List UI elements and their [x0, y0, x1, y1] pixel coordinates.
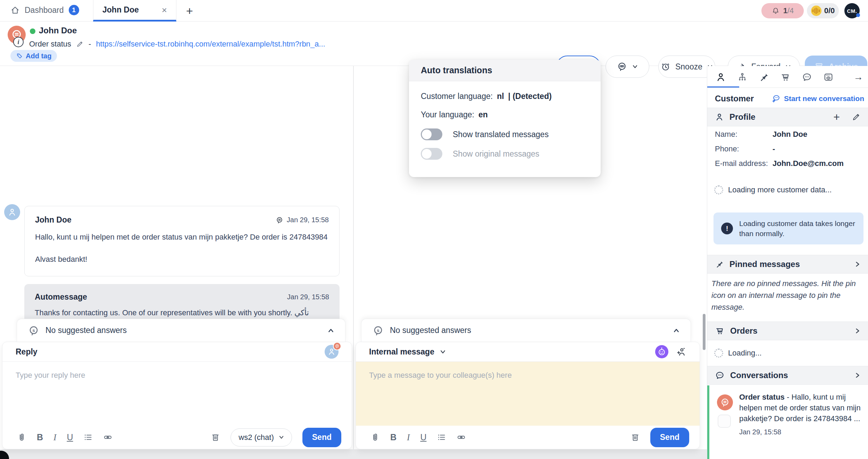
tag-icon	[16, 52, 23, 59]
customer-sidebar: → Customer Start new conversation Profil…	[707, 66, 868, 459]
info-badge-icon[interactable]: i	[13, 37, 24, 47]
scrollbar-thumb[interactable]	[703, 314, 706, 350]
voice-count: 0/0	[824, 6, 835, 15]
customer-language-value: nl	[497, 92, 504, 101]
add-tag-label: Add tag	[26, 52, 51, 60]
bot-assistant-icon[interactable]	[655, 345, 668, 358]
channel-selector-value: ws2 (chat)	[239, 433, 274, 442]
chevron-down-icon[interactable]	[440, 349, 446, 355]
add-tag-button[interactable]: Add tag	[10, 50, 57, 62]
pinned-title: Pinned messages	[729, 259, 849, 269]
tab-pinned-icon[interactable]	[759, 72, 769, 82]
message-timestamp: Jan 29, 15:58	[287, 216, 329, 224]
chat-lines-icon	[720, 398, 730, 407]
pinned-empty-text: There are no pinned messages. Hit the pi…	[711, 278, 867, 313]
customer-heading: Customer	[715, 94, 754, 103]
tab-customer-icon[interactable]	[716, 72, 726, 82]
profile-row: Phone: -	[715, 144, 861, 153]
automessage-timestamp: Jan 29, 15:58	[287, 293, 329, 301]
tab-close-icon[interactable]: ×	[162, 6, 167, 15]
chevron-right-icon	[854, 261, 861, 267]
online-status-dot	[30, 28, 35, 34]
conversations-icon	[715, 370, 725, 380]
italic-button[interactable]: I	[53, 433, 56, 442]
underline-button[interactable]: U	[420, 432, 426, 442]
suggested-answers-bar-internal[interactable]: No suggested answers	[361, 319, 691, 342]
channel-selector[interactable]: ws2 (chat)	[231, 428, 292, 447]
suggested-answers-bar-reply[interactable]: No suggested answers	[17, 319, 345, 342]
delete-draft-icon[interactable]	[631, 433, 640, 442]
internal-editor-area[interactable]	[356, 362, 700, 426]
new-conversation-icon	[771, 94, 781, 103]
attachment-icon[interactable]	[17, 433, 26, 442]
tab-organization-icon[interactable]	[737, 72, 748, 82]
suggestions-icon	[28, 325, 39, 336]
conversation-url-link[interactable]: https://selfservice-tst.robinhq.com/exte…	[96, 40, 325, 49]
page-background-strip	[0, 449, 707, 459]
italic-button[interactable]: I	[407, 433, 410, 442]
add-profile-icon[interactable]: +	[833, 111, 840, 124]
chevron-up-icon[interactable]	[673, 327, 679, 334]
bold-button[interactable]: B	[390, 432, 397, 442]
conversation-link-button[interactable]	[606, 56, 649, 78]
add-colleague-icon[interactable]	[676, 347, 686, 357]
show-translated-toggle[interactable]	[421, 128, 442, 140]
send-internal-button[interactable]: Send	[650, 428, 689, 447]
tab-browser-icon[interactable]	[823, 72, 834, 82]
message-sender-avatar	[4, 204, 20, 220]
underline-button[interactable]: U	[67, 432, 73, 442]
column-divider	[353, 66, 354, 449]
automessage: Automessage Jan 29, 15:58 Thanks for con…	[24, 284, 340, 323]
conversation-list-item[interactable]: Order status - Hallo, kunt u mij helpen …	[707, 385, 868, 459]
separator: -	[89, 40, 91, 49]
snooze-clock-icon	[661, 62, 670, 72]
notifications-pill[interactable]: 1/4	[761, 3, 804, 18]
link-button[interactable]	[457, 433, 466, 442]
chevron-up-icon[interactable]	[328, 327, 334, 334]
collapse-sidebar-icon[interactable]: →	[853, 72, 863, 83]
tab-orders-icon[interactable]	[780, 72, 791, 82]
profile-section-header[interactable]: Profile +	[707, 108, 868, 126]
customer-message: John Doe Jan 29, 15:58 Hallo, kunt u mij…	[24, 206, 340, 276]
send-reply-button[interactable]: Send	[302, 428, 341, 447]
delete-draft-icon[interactable]	[211, 433, 220, 442]
internal-title: Internal message	[369, 347, 434, 357]
edit-profile-icon[interactable]	[852, 112, 861, 122]
user-avatar[interactable]: CM.	[844, 3, 860, 18]
reply-input[interactable]	[2, 362, 352, 426]
cart-icon	[715, 326, 725, 336]
dashboard-badge: 1	[69, 5, 79, 15]
tabs-divider	[707, 87, 868, 88]
edit-title-icon[interactable]	[76, 40, 84, 48]
tab-conversations-icon[interactable]	[802, 72, 812, 82]
attachment-icon[interactable]	[370, 433, 380, 442]
bold-button[interactable]: B	[37, 432, 43, 442]
snooze-label: Snooze	[675, 62, 702, 72]
field-value: John.Doe@cm.com	[773, 159, 844, 168]
conversations-section-header[interactable]: Conversations	[707, 366, 868, 385]
your-language-label: Your language:	[421, 110, 474, 119]
orders-section-header[interactable]: Orders	[707, 322, 868, 340]
voice-icon	[811, 6, 821, 16]
new-tab-button[interactable]: +	[186, 4, 193, 18]
pinned-section-header[interactable]: Pinned messages	[707, 255, 868, 274]
link-button[interactable]	[103, 433, 112, 442]
show-original-toggle[interactable]	[421, 148, 442, 160]
list-button[interactable]	[83, 433, 93, 442]
start-new-conversation-link[interactable]: Start new conversation	[771, 94, 864, 103]
reply-editor-area[interactable]	[2, 362, 352, 426]
tab-john-doe[interactable]: John Doe ×	[93, 0, 176, 22]
alert-text: Loading customer data takes longer than …	[739, 218, 856, 239]
spinner-icon	[714, 185, 723, 194]
suggestions-label: No suggested answers	[390, 326, 471, 335]
chevron-right-icon	[854, 328, 861, 334]
voice-pill[interactable]: 0/0	[807, 3, 839, 18]
dashboard-nav[interactable]: Dashboard 1	[10, 5, 79, 15]
person-icon	[8, 208, 17, 217]
popup-title: Auto translations	[409, 60, 601, 81]
conversation-item-title: Order status	[739, 393, 785, 401]
bell-icon	[771, 7, 780, 15]
internal-input[interactable]	[356, 362, 700, 426]
list-button[interactable]	[437, 433, 446, 442]
conversation-checkbox[interactable]	[718, 415, 731, 428]
